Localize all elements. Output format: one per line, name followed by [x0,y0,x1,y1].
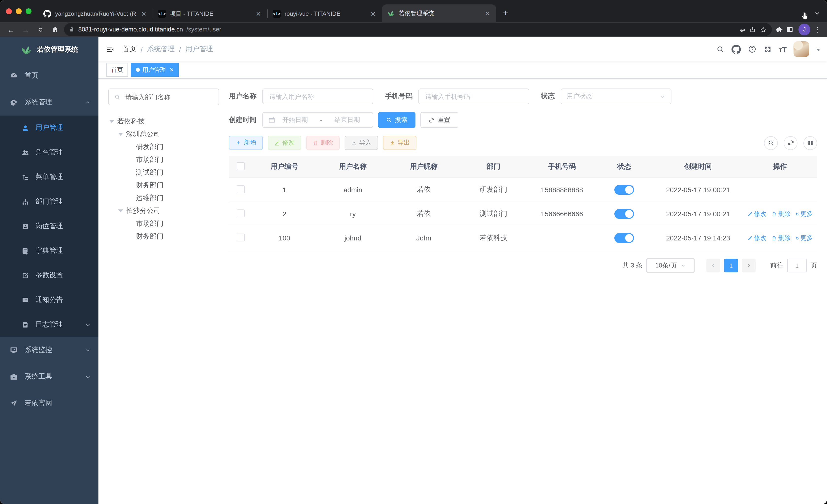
reset-button[interactable]: 重置 [421,112,458,128]
next-page-button[interactable] [742,259,756,272]
dept-search-field[interactable] [125,93,213,101]
goto-page-input[interactable] [787,259,807,272]
row-checkbox[interactable] [237,185,245,193]
browser-tab-ruoyi-active[interactable]: 若依管理系统 ✕ [382,4,496,22]
browser-tab-titanide-rouyi[interactable]: <t> rouyi-vue - TITANIDE ✕ [268,5,382,22]
breadcrumb-section[interactable]: 系统管理 [147,45,175,54]
sidebar-item-system-tools[interactable]: 系统工具 [0,363,98,390]
sidebar-logo[interactable]: 若依管理系统 [0,37,98,62]
sidebar-item-notice[interactable]: 通知公告 [0,288,98,312]
delete-button[interactable]: 删除 [306,136,339,150]
status-toggle-on[interactable] [614,209,634,219]
columns-grid-button[interactable] [804,136,817,150]
fullscreen-icon[interactable] [764,45,772,53]
sidebar-item-dept-management[interactable]: 部门管理 [0,189,98,214]
new-tab-button[interactable]: ＋ [499,7,512,18]
export-button[interactable]: 导出 [383,136,416,150]
row-more-link[interactable]: » 更多 [795,210,813,218]
row-edit-link[interactable]: 修改 [747,210,767,218]
sidebar-item-log-management[interactable]: 日志管理 [0,312,98,337]
tag-home[interactable]: 首页 [106,63,128,77]
sidebar-item-system-monitor[interactable]: 系统监控 [0,337,98,363]
side-panel-icon[interactable] [786,25,793,34]
date-range-picker[interactable]: 开始日期 - 结束日期 [262,112,373,128]
search-button[interactable]: 搜索 [378,112,416,128]
status-select[interactable]: 用户状态 [561,89,672,104]
browser-tab-github[interactable]: yangzongzhuan/RuoYi-Vue: (R ✕ [38,5,153,22]
status-toggle-on[interactable] [614,233,634,243]
header-search-icon[interactable] [716,45,725,53]
tree-node[interactable]: 研发部门 [108,141,219,153]
toggle-search-circle-button[interactable] [764,136,778,150]
page-number-1[interactable]: 1 [724,259,738,272]
sidebar-item-home[interactable]: 首页 [0,62,98,89]
tree-expand-icon[interactable] [118,210,123,215]
avatar-caret-down-icon[interactable] [816,48,820,53]
row-more-link[interactable]: » 更多 [795,234,813,242]
sidebar-item-post-management[interactable]: 岗位管理 [0,214,98,238]
tab-search-chevron-icon[interactable] [814,10,820,16]
page-size-select[interactable]: 10条/页 [646,258,694,273]
row-delete-link[interactable]: 删除 [771,234,790,242]
tree-node[interactable]: 运维部门 [108,192,219,205]
sidebar-item-menu-management[interactable]: 菜单管理 [0,165,98,189]
username-input[interactable] [262,89,373,104]
share-icon[interactable] [749,26,756,33]
browser-menu-icon[interactable]: ⋮ [813,25,822,34]
row-delete-link[interactable]: 删除 [771,210,790,218]
refresh-circle-button[interactable] [784,136,797,150]
tree-node[interactable]: 深圳总公司 [108,128,219,141]
select-all-checkbox[interactable] [237,162,245,170]
reload-button[interactable] [35,23,46,36]
address-bar[interactable]: 8081-rouyi-vue-demo.cloud.titanide.cn/sy… [64,23,772,36]
import-button[interactable]: 导入 [344,136,378,150]
sidebar-toggle-icon[interactable] [105,45,115,54]
tree-expand-icon[interactable] [118,133,123,138]
username-field[interactable] [268,92,367,101]
tree-node[interactable]: 市场部门 [108,153,219,166]
sidebar-item-system-management[interactable]: 系统管理 [0,89,98,116]
phone-field[interactable] [424,92,523,101]
bookmark-star-icon[interactable] [760,26,767,33]
tree-node[interactable]: 财务部门 [108,179,219,192]
browser-tab-titanide-project[interactable]: <t> 项目 - TITANIDE ✕ [153,5,267,22]
tab-close-icon[interactable]: ✕ [369,10,377,17]
sidebar-item-dict-management[interactable]: 字典管理 [0,238,98,263]
status-toggle-on[interactable] [614,185,634,195]
prev-page-button[interactable] [707,259,720,272]
tab-close-icon[interactable]: ✕ [254,10,262,17]
tree-node[interactable]: 市场部门 [108,217,219,230]
font-size-icon[interactable]: TT [779,45,787,53]
sidebar-item-ruoyi-website[interactable]: 若依官网 [0,390,98,416]
tag-user-management-active[interactable]: 用户管理 ✕ [131,63,179,77]
tab-close-icon[interactable]: ✕ [140,10,148,17]
edit-button[interactable]: 修改 [267,136,301,150]
breadcrumb-home[interactable]: 首页 [123,45,136,54]
forward-button[interactable]: → [20,23,32,36]
phone-input[interactable] [419,89,529,104]
zoom-window-button[interactable] [26,8,32,14]
close-window-button[interactable] [6,8,12,14]
password-key-icon[interactable] [739,26,746,33]
browser-profile-avatar[interactable]: J [798,23,810,36]
row-checkbox[interactable] [237,209,245,217]
user-avatar[interactable] [793,41,809,57]
sidebar-item-role-management[interactable]: 角色管理 [0,140,98,165]
sidebar-item-user-management[interactable]: 用户管理 [0,116,98,140]
row-checkbox[interactable] [237,233,245,241]
tree-node[interactable]: 测试部门 [108,166,219,179]
tag-close-icon[interactable]: ✕ [169,67,174,73]
add-button[interactable]: ＋ 新增 [229,136,262,150]
home-button[interactable] [49,23,61,36]
back-button[interactable]: ← [5,23,17,36]
tree-node[interactable]: 若依科技 [108,115,219,128]
extensions-puzzle-icon[interactable] [775,25,783,34]
dept-search-input[interactable] [108,89,219,105]
tree-node[interactable]: 长沙分公司 [108,205,219,217]
minimize-window-button[interactable] [16,8,22,14]
sidebar-item-config-settings[interactable]: 参数设置 [0,263,98,288]
row-edit-link[interactable]: 修改 [747,234,767,242]
tab-close-icon[interactable]: ✕ [483,10,491,17]
tree-node[interactable]: 财务部门 [108,230,219,243]
github-icon[interactable] [731,45,741,54]
